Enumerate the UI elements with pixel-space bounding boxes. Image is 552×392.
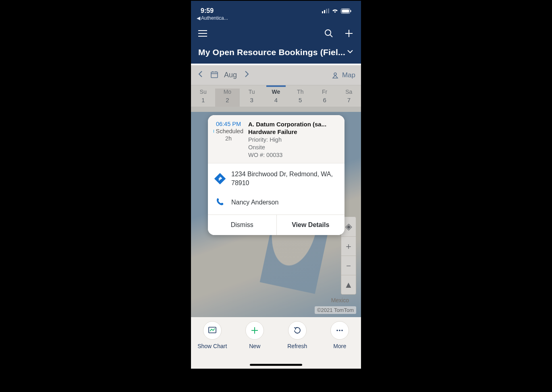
back-app-label: Authentica... — [201, 15, 228, 21]
booking-issue: Hardware Failure — [248, 128, 339, 135]
chevron-down-icon — [347, 48, 354, 57]
prev-arrow-icon[interactable] — [197, 70, 205, 80]
svg-point-22 — [341, 330, 343, 331]
bottom-toolbar: Show Chart New Refresh More — [191, 317, 361, 369]
chart-icon — [203, 321, 222, 340]
view-title: My Open Resource Bookings (Fiel... — [198, 47, 345, 57]
status-time: 9:59 — [201, 7, 214, 14]
booking-address: 1234 Birchwood Dr, Redmond, WA, 78910 — [231, 170, 338, 187]
toolbar-label: New — [237, 343, 273, 349]
back-caret-icon: ◀ — [197, 15, 200, 21]
booking-wo: WO #: 00033 — [248, 152, 339, 158]
svg-rect-2 — [326, 9, 327, 13]
booking-location-type: Onsite — [248, 144, 339, 151]
map-toggle[interactable]: Map — [332, 71, 355, 79]
status-indicators — [322, 8, 351, 14]
svg-rect-0 — [322, 11, 323, 13]
day-th[interactable]: Th5 — [288, 89, 312, 107]
toolbar-show-chart[interactable]: Show Chart — [194, 321, 230, 349]
zoom-out[interactable]: － — [341, 256, 356, 275]
more-icon — [330, 321, 349, 340]
app-header: 9:59 ◀ Authentica... My Open Resource Bo… — [191, 1, 361, 64]
day-fr[interactable]: Fr6 — [312, 89, 336, 107]
day-we[interactable]: We4 — [264, 89, 288, 107]
home-indicator — [250, 364, 302, 366]
toolbar-new[interactable]: New — [237, 321, 273, 349]
map-attribution: ©2021 TomTom — [315, 306, 356, 314]
svg-point-20 — [336, 330, 338, 331]
svg-point-7 — [325, 30, 331, 35]
toolbar-label: Show Chart — [194, 343, 230, 349]
week-row: Su1 Mo2 Tu3 We4 Th5 Fr6 Sa7 — [191, 85, 361, 107]
month-label: Aug — [224, 71, 237, 79]
map-country-label: Mexico — [331, 297, 349, 303]
booking-duration: 2h — [214, 135, 243, 142]
zoom-in[interactable]: ＋ — [341, 236, 356, 256]
next-arrow-icon[interactable] — [243, 70, 251, 80]
add-icon[interactable] — [344, 29, 354, 38]
dismiss-button[interactable]: Dismiss — [208, 215, 276, 235]
directions-row[interactable]: 1234 Birchwood Dr, Redmond, WA, 78910 — [208, 165, 344, 192]
calendar-nav: Aug Map — [191, 65, 361, 85]
nav-row — [191, 24, 361, 44]
signal-icon — [322, 8, 329, 13]
toolbar-label: More — [322, 343, 358, 349]
back-to-app[interactable]: ◀ Authentica... — [191, 15, 361, 24]
view-details-button[interactable]: View Details — [276, 215, 345, 235]
svg-point-21 — [339, 330, 340, 331]
battery-icon — [341, 8, 351, 14]
day-tu[interactable]: Tu3 — [240, 89, 264, 107]
wifi-icon — [332, 8, 338, 13]
search-icon[interactable] — [324, 29, 334, 38]
contact-row[interactable]: Nancy Anderson — [208, 192, 344, 213]
phone-icon — [214, 197, 226, 208]
refresh-icon — [288, 321, 307, 340]
calendar-icon[interactable] — [210, 70, 218, 80]
zoom-tilt[interactable]: ▲ — [341, 275, 356, 294]
svg-rect-1 — [324, 10, 325, 13]
booking-time: 06:45 PM — [214, 121, 243, 127]
booking-status: Scheduled — [216, 128, 243, 134]
booking-account: A. Datum Corporation (sa... — [248, 121, 339, 128]
toolbar-more[interactable]: More — [322, 321, 358, 349]
booking-summary[interactable]: 06:45 PM Scheduled 2h A. Datum Corporati… — [208, 115, 344, 163]
svg-rect-11 — [211, 72, 218, 78]
toolbar-refresh[interactable]: Refresh — [279, 321, 315, 349]
plus-icon — [245, 321, 264, 340]
booking-priority: Priority: High — [248, 136, 339, 143]
status-bar: 9:59 — [191, 6, 361, 15]
day-mo[interactable]: Mo2 — [215, 89, 239, 107]
view-title-row[interactable]: My Open Resource Bookings (Fiel... — [191, 44, 361, 64]
map-toggle-label: Map — [342, 71, 355, 79]
content-area: Aug Map Su1 Mo2 Tu3 We4 Th5 Fr6 Sa7 ◈ ＋ — [191, 65, 361, 317]
menu-button[interactable] — [198, 30, 207, 37]
phone-frame: 9:59 ◀ Authentica... My Open Resource Bo… — [191, 1, 361, 369]
map-pin-icon — [332, 72, 339, 79]
svg-rect-5 — [342, 9, 349, 12]
svg-line-8 — [330, 35, 332, 37]
day-sa[interactable]: Sa7 — [337, 89, 361, 107]
svg-rect-3 — [328, 8, 329, 13]
booking-contact: Nancy Anderson — [231, 198, 278, 207]
directions-icon — [214, 173, 226, 184]
svg-rect-6 — [351, 10, 351, 12]
booking-card: 06:45 PM Scheduled 2h A. Datum Corporati… — [208, 115, 344, 235]
toolbar-label: Refresh — [279, 343, 315, 349]
card-actions: Dismiss View Details — [208, 215, 344, 235]
day-su[interactable]: Su1 — [191, 89, 215, 107]
